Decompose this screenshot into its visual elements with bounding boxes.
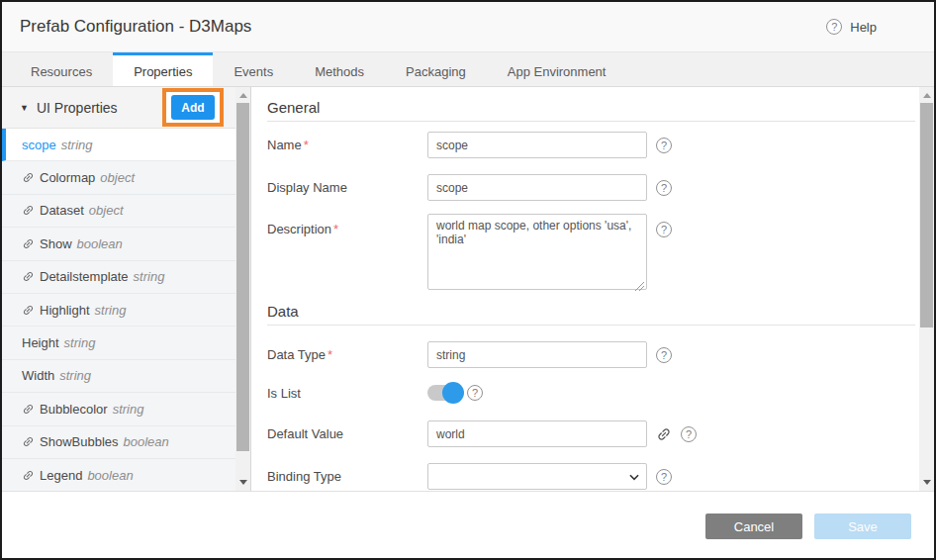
property-name: Dataset [40, 203, 84, 218]
tab-resources[interactable]: Resources [10, 52, 113, 86]
property-item-height[interactable]: Heightstring [2, 327, 235, 359]
property-item-detailstemplate[interactable]: Detailstemplatestring [2, 261, 235, 294]
name-input[interactable] [427, 132, 647, 158]
tab-methods[interactable]: Methods [294, 52, 385, 86]
page-title: Prefab Configuration - D3Maps [20, 17, 251, 37]
section-data: Data [267, 303, 915, 326]
tab-app-environment[interactable]: App Environment [487, 52, 627, 86]
properties-sidebar: ▼ UI Properties Add scopestringColormapo… [2, 87, 251, 491]
sidebar-scrollbar-thumb[interactable] [236, 103, 249, 451]
prefab-configuration-dialog: Prefab Configuration - D3Maps ? Help Res… [0, 0, 936, 560]
help-label: Help [850, 20, 877, 35]
arrow-up-icon [923, 93, 931, 98]
default-value-help-icon[interactable]: ? [681, 426, 697, 442]
description-label: Description* [267, 222, 427, 236]
data-type-help-icon[interactable]: ? [656, 347, 672, 363]
property-item-showbubbles[interactable]: ShowBubblesboolean [2, 426, 235, 459]
arrow-down-icon [923, 480, 931, 485]
property-type: boolean [87, 468, 133, 483]
required-marker: * [333, 222, 338, 236]
property-type: string [134, 269, 165, 284]
resize-handle-icon[interactable] [635, 282, 644, 291]
property-name: scope [22, 138, 56, 152]
link-icon [19, 466, 37, 484]
link-icon [19, 168, 37, 186]
property-item-dataset[interactable]: Datasetobject [2, 195, 235, 228]
chevron-down-icon [627, 470, 641, 484]
scroll-down-arrow[interactable] [235, 475, 250, 490]
help-icon: ? [826, 19, 842, 35]
tab-events[interactable]: Events [213, 52, 294, 86]
property-name: Width [22, 368, 54, 383]
link-icon [19, 433, 37, 451]
required-marker: * [304, 138, 309, 152]
collapse-arrow-icon[interactable]: ▼ [20, 103, 29, 113]
description-help-icon[interactable]: ? [656, 222, 672, 237]
toggle-knob [442, 382, 464, 404]
section-general: General [267, 99, 915, 122]
link-icon [19, 268, 37, 286]
link-icon [19, 202, 37, 220]
tab-packaging[interactable]: Packaging [385, 52, 487, 86]
binding-type-label: Binding Type [267, 469, 427, 484]
add-button[interactable]: Add [171, 95, 215, 120]
property-item-show[interactable]: Showboolean [2, 228, 235, 260]
add-button-highlight: Add [162, 88, 224, 127]
name-label: Name* [267, 138, 427, 152]
arrow-up-icon [239, 93, 247, 98]
display-name-label: Display Name [267, 180, 427, 195]
sidebar-scrollbar [235, 87, 250, 491]
data-type-input[interactable] [427, 341, 647, 368]
link-icon [19, 301, 37, 319]
cancel-button[interactable]: Cancel [705, 513, 802, 539]
property-name: Colormap [40, 170, 95, 185]
property-item-highlight[interactable]: Highlightstring [2, 294, 235, 327]
property-name: Show [40, 236, 72, 251]
description-textarea[interactable]: world map scope, other options 'usa', 'i… [427, 214, 647, 290]
help-button[interactable]: ? Help [826, 19, 877, 35]
property-type: object [100, 170, 135, 185]
property-list: scopestringColormapobjectDatasetobjectSh… [2, 129, 235, 491]
property-type: string [59, 368, 91, 383]
property-item-legend[interactable]: Legendboolean [2, 459, 235, 491]
property-name: ShowBubbles [40, 434, 119, 449]
sidebar-header: ▼ UI Properties Add [2, 87, 235, 129]
tab-properties[interactable]: Properties [113, 52, 213, 86]
is-list-help-icon[interactable]: ? [467, 385, 483, 401]
scroll-down-arrow[interactable] [919, 475, 934, 490]
link-icon[interactable] [653, 422, 676, 445]
main-scrollbar [919, 87, 934, 491]
binding-type-select[interactable] [427, 463, 647, 490]
binding-type-help-icon[interactable]: ? [656, 469, 672, 485]
is-list-toggle[interactable] [427, 385, 463, 401]
dialog-footer: Cancel Save [2, 492, 934, 557]
is-list-label: Is List [267, 386, 427, 401]
display-name-input[interactable] [427, 174, 647, 201]
property-item-bubblecolor[interactable]: Bubblecolorstring [2, 393, 235, 425]
sidebar-title: UI Properties [37, 100, 118, 116]
required-marker: * [328, 347, 332, 362]
property-name: Detailstemplate [40, 269, 129, 284]
scroll-up-arrow[interactable] [235, 88, 250, 103]
tab-bar: ResourcesPropertiesEventsMethodsPackagin… [2, 52, 934, 87]
property-name: Height [22, 335, 59, 350]
name-help-icon[interactable]: ? [656, 138, 672, 153]
arrow-down-icon [239, 480, 247, 485]
property-item-colormap[interactable]: Colormapobject [2, 161, 235, 194]
property-item-width[interactable]: Widthstring [2, 360, 235, 393]
dialog-content: ▼ UI Properties Add scopestringColormapo… [2, 87, 934, 492]
display-name-help-icon[interactable]: ? [656, 180, 672, 196]
link-icon [19, 400, 37, 418]
scroll-up-arrow[interactable] [919, 88, 934, 103]
property-type: string [61, 138, 93, 152]
property-type: boolean [77, 236, 123, 251]
save-button[interactable]: Save [814, 513, 911, 539]
title-bar: Prefab Configuration - D3Maps ? Help [2, 2, 934, 52]
default-value-input[interactable] [427, 420, 647, 447]
property-type: boolean [124, 434, 169, 449]
property-name: Highlight [40, 303, 90, 318]
main-scrollbar-thumb[interactable] [920, 103, 933, 327]
property-type: string [95, 303, 127, 318]
property-item-scope[interactable]: scopestring [2, 129, 235, 161]
link-icon [19, 234, 37, 252]
